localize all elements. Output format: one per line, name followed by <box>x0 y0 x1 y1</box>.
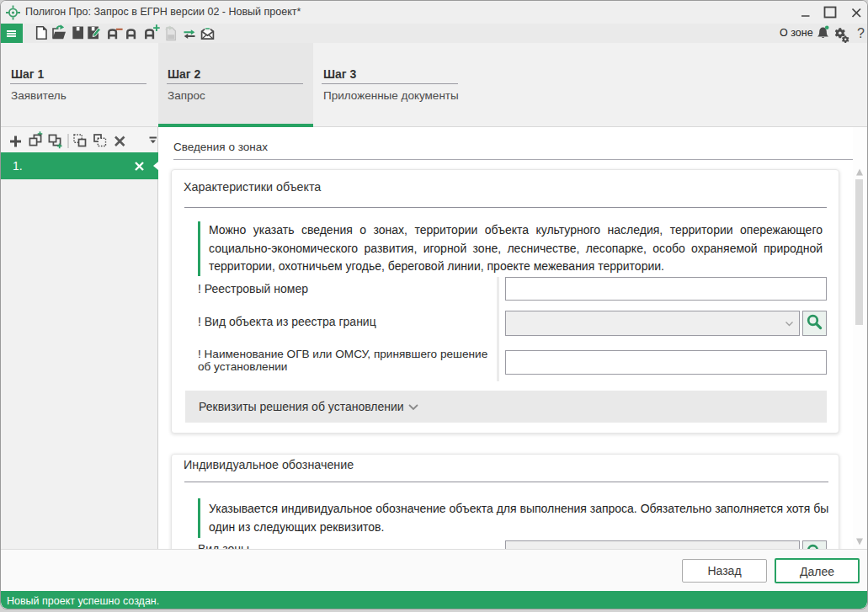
svg-text:?: ? <box>857 26 865 40</box>
